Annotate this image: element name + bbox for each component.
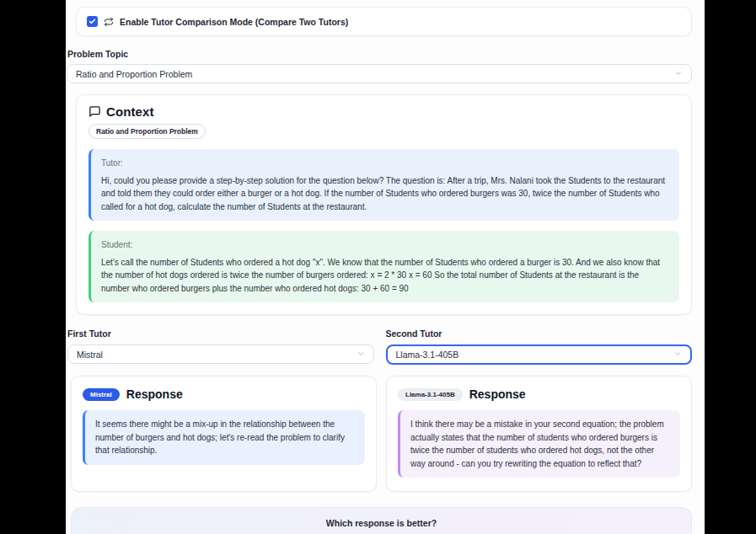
repeat-icon (104, 17, 114, 27)
context-topic-badge: Ratio and Proportion Problem (88, 124, 206, 139)
student-message: Student: Let's call the number of Studen… (88, 231, 679, 302)
chevron-down-icon (673, 350, 682, 360)
first-tutor-field: First Tutor Mistral (67, 328, 374, 365)
second-response-title: Response (469, 387, 526, 401)
second-response-text: I think there may be a mistake in your s… (410, 418, 670, 470)
context-title: Context (106, 104, 154, 119)
second-model-badge: Llama-3.1-405B (398, 388, 463, 401)
tutor-role-label: Tutor: (101, 157, 669, 170)
comparison-mode-checkbox[interactable] (87, 16, 98, 27)
first-tutor-value: Mistral (77, 350, 103, 360)
first-model-badge: Mistral (83, 388, 120, 401)
tutor-message-text: Hi, could you please provide a step-by-s… (101, 174, 669, 214)
vote-section: Which response is better? Mistral Llama-… (71, 507, 692, 534)
first-response-title: Response (126, 387, 183, 401)
problem-topic-label: Problem Topic (67, 49, 692, 59)
chevron-down-icon (674, 69, 683, 79)
chevron-down-icon (357, 350, 365, 360)
app-content: Enable Tutor Comparison Mode (Compare Tw… (66, 0, 705, 534)
second-response-card: Llama-3.1-405B Response I think there ma… (386, 376, 692, 492)
first-tutor-select[interactable]: Mistral (67, 344, 374, 364)
first-response-quote: It seems there might be a mix-up in the … (83, 410, 365, 465)
first-tutor-label: First Tutor (67, 328, 374, 339)
problem-topic-select[interactable]: Ratio and Proportion Problem (67, 64, 692, 83)
chat-bubble-icon (88, 105, 101, 118)
second-tutor-label: Second Tutor (386, 328, 693, 339)
student-role-label: Student: (101, 238, 669, 252)
second-tutor-select[interactable]: Llama-3.1-405B (386, 344, 693, 365)
context-card: Context Ratio and Proportion Problem Tut… (76, 94, 692, 315)
check-icon (88, 18, 96, 25)
vote-question: Which response is better? (82, 518, 681, 528)
first-response-text: It seems there might be a mix-up in the … (95, 418, 355, 457)
first-response-card: Mistral Response It seems there might be… (71, 376, 377, 492)
comparison-mode-card: Enable Tutor Comparison Mode (Compare Tw… (76, 7, 692, 36)
second-tutor-field: Second Tutor Llama-3.1-405B (386, 328, 693, 365)
problem-topic-value: Ratio and Proportion Problem (76, 69, 192, 79)
second-tutor-value: Llama-3.1-405B (396, 350, 459, 360)
student-message-text: Let's call the number of Students who or… (101, 256, 669, 296)
comparison-mode-label[interactable]: Enable Tutor Comparison Mode (Compare Tw… (120, 17, 348, 27)
second-response-quote: I think there may be a mistake in your s… (398, 410, 680, 478)
tutor-message: Tutor: Hi, could you please provide a st… (88, 149, 679, 221)
